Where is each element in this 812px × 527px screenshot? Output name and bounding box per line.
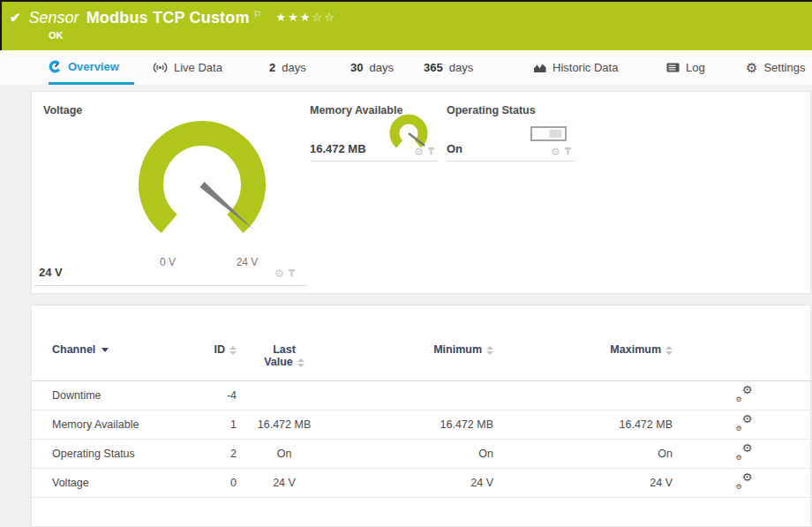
channel-maximum	[497, 381, 676, 410]
tab-log[interactable]: Log	[666, 50, 705, 85]
channel-name[interactable]: Memory Available	[32, 410, 182, 440]
tab-bar: Overview Live Data 2 days 30 days 365 da…	[0, 50, 812, 85]
gauge-icon	[49, 60, 62, 73]
operating-status-card: Operating Status On ⚙	[447, 102, 575, 166]
channel-maximum: 16.472 MB	[497, 410, 676, 440]
tab-live-data[interactable]: Live Data	[153, 50, 222, 85]
voltage-gauge	[124, 114, 292, 260]
channel-settings-gears-icon[interactable]: ⚙ ⚙	[736, 387, 753, 402]
channel-last-value: 24 V	[240, 469, 328, 498]
sort-toggle-icon	[297, 358, 304, 367]
flag-icon[interactable]: ⚐	[253, 9, 262, 20]
col-header-channel[interactable]: Channel	[32, 343, 182, 381]
object-kind-label: Sensor	[29, 9, 79, 27]
divider	[447, 161, 575, 162]
col-header-last-value[interactable]: Last Value	[240, 343, 328, 381]
divider	[34, 285, 307, 286]
status-check-icon: ✔	[10, 10, 21, 26]
sensor-status-header: ✔ Sensor Modbus TCP Custom ⚐ ★★★☆☆ OK	[0, 2, 812, 50]
channels-table-panel: Channel ID Last Value	[31, 305, 811, 527]
voltage-scale-min: 0 V	[148, 256, 187, 268]
channel-name[interactable]: Voltage	[32, 469, 182, 498]
table-row-voltage[interactable]: Voltage 0 24 V 24 V 24 V ⚙ ⚙	[32, 469, 812, 498]
voltage-gauge-card: Voltage 0 V 24 V 24 V ⚙	[32, 92, 310, 293]
tab-30-days[interactable]: 30 days	[350, 50, 394, 85]
col-header-id[interactable]: ID	[182, 343, 240, 381]
switch-on-icon	[530, 126, 567, 141]
channel-id: 1	[182, 410, 240, 440]
tab-overview[interactable]: Overview	[49, 50, 134, 85]
pin-icon[interactable]	[564, 147, 572, 157]
tab-365-days[interactable]: 365 days	[424, 50, 473, 85]
channel-minimum: 24 V	[328, 469, 497, 498]
channel-maximum: On	[497, 440, 676, 469]
divider	[310, 161, 438, 162]
memory-value: 16.472 MB	[310, 142, 366, 155]
channel-settings-gears-icon[interactable]: ⚙ ⚙	[736, 416, 753, 431]
col-header-maximum[interactable]: Maximum	[497, 343, 676, 381]
voltage-title: Voltage	[43, 104, 82, 117]
status-badge: OK	[49, 30, 812, 41]
channel-id: -4	[182, 381, 240, 410]
channel-last-value: On	[240, 440, 328, 469]
gauge-settings-gear-icon[interactable]: ⚙	[551, 147, 560, 157]
channel-minimum: On	[328, 440, 497, 469]
table-row-memory-available[interactable]: Memory Available 1 16.472 MB 16.472 MB 1…	[32, 410, 812, 440]
table-row-operating-status[interactable]: Operating Status 2 On On On ⚙ ⚙	[32, 440, 812, 469]
tab-settings[interactable]: ⚙ Settings	[746, 50, 805, 85]
channel-settings-gears-icon[interactable]: ⚙ ⚙	[736, 474, 753, 489]
sort-toggle-icon	[229, 346, 237, 355]
sort-toggle-icon	[486, 346, 493, 355]
channel-id: 0	[182, 469, 240, 498]
sort-desc-icon	[102, 348, 109, 352]
pin-icon[interactable]	[288, 269, 296, 279]
tab-historic-data[interactable]: Historic Data	[534, 50, 618, 85]
channel-minimum: 16.472 MB	[328, 410, 497, 440]
channel-maximum: 24 V	[497, 469, 676, 498]
col-header-minimum[interactable]: Minimum	[328, 343, 497, 381]
table-row-downtime[interactable]: Downtime -4 ⚙ ⚙	[32, 381, 812, 410]
channels-table: Channel ID Last Value	[32, 343, 812, 498]
voltage-scale-max: 24 V	[228, 256, 267, 268]
gauge-settings-gear-icon[interactable]: ⚙	[414, 147, 424, 157]
historic-chart-icon	[534, 62, 546, 73]
voltage-value: 24 V	[39, 266, 63, 279]
channel-minimum	[328, 381, 497, 410]
table-header-row: Channel ID Last Value	[32, 343, 812, 381]
channel-last-value: 16.472 MB	[240, 410, 328, 440]
operating-title: Operating Status	[447, 104, 536, 117]
priority-stars[interactable]: ★★★☆☆	[276, 11, 336, 24]
tab-2-days[interactable]: 2 days	[269, 50, 306, 85]
channel-id: 2	[182, 440, 240, 469]
sensor-title: Modbus TCP Custom	[86, 9, 250, 27]
channel-settings-gears-icon[interactable]: ⚙ ⚙	[736, 445, 753, 460]
live-data-icon	[153, 62, 168, 73]
operating-value: On	[447, 142, 462, 155]
channel-name[interactable]: Operating Status	[32, 440, 182, 469]
gauges-panel: Voltage 0 V 24 V 24 V ⚙ Memory Available…	[31, 91, 811, 294]
memory-gauge-card: Memory Available 16.472 MB ⚙	[310, 102, 438, 166]
channel-last-value	[240, 381, 328, 410]
sort-toggle-icon	[665, 346, 673, 355]
pin-icon[interactable]	[427, 147, 435, 157]
channel-name[interactable]: Downtime	[32, 381, 182, 410]
log-list-icon	[666, 63, 680, 72]
col-header-actions	[676, 343, 812, 381]
gauge-settings-gear-icon[interactable]: ⚙	[274, 268, 284, 279]
settings-gear-icon: ⚙	[746, 61, 757, 74]
